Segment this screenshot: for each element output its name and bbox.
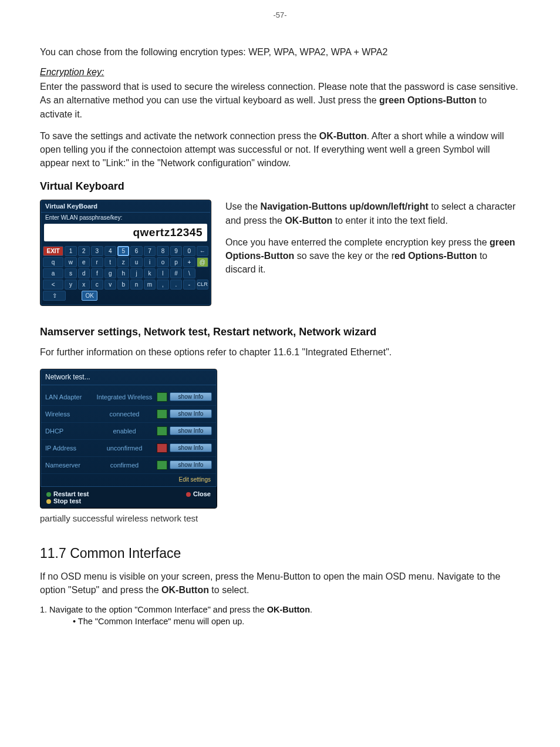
save-settings-paragraph: To save the settings and activate the ne… [40,129,520,170]
network-test-caption: partially successful wireless network te… [40,513,520,523]
key-at[interactable]: @ [197,257,208,267]
nettest-row-wireless: Wireless connected show Info [41,406,217,423]
key-2[interactable]: 2 [78,246,90,256]
key-backslash[interactable]: \ [183,268,195,278]
key-i[interactable]: i [144,257,156,267]
key-9[interactable]: 9 [170,246,182,256]
step-1-bullet: The "Common Interface" menu will open up… [73,617,520,626]
encryption-key-heading: Encryption key: [40,67,520,78]
key-lt[interactable]: < [43,280,63,290]
key-dash[interactable]: - [183,280,195,290]
key-3[interactable]: 3 [91,246,103,256]
key-plus[interactable]: + [183,257,195,267]
text: Use the [225,201,261,211]
key-1[interactable]: 1 [65,246,76,256]
section-11-7-heading: 11.7 Common Interface [40,546,520,561]
nettest-row-dhcp: DHCP enabled show Info [41,423,217,440]
nt-label: LAN Adapter [45,393,95,401]
key-m[interactable]: m [144,280,156,290]
key-z[interactable]: z [117,257,129,267]
key-period[interactable]: . [170,280,182,290]
vkb-input-field[interactable]: qwertz12345 [44,224,207,241]
key-l[interactable]: l [157,268,168,278]
text: . [310,605,312,614]
ok-button-label: OK-Button [267,605,310,614]
vkb-key-grid: EXIT 1 2 3 4 5 6 7 8 9 0 ← q [41,245,211,305]
key-y[interactable]: y [65,280,76,290]
key-s[interactable]: s [65,268,76,278]
show-info-button[interactable]: show Info [170,409,212,418]
key-0[interactable]: 0 [183,246,195,256]
text: Once you have enterred the complete encr… [225,237,490,247]
show-info-button[interactable]: show Info [170,426,212,435]
key-4[interactable]: 4 [104,246,116,256]
key-exit[interactable]: EXIT [43,246,63,256]
edit-settings-link[interactable]: Edit settings [41,474,217,486]
nt-label: Wireless [45,410,95,418]
show-info-button[interactable]: show Info [170,460,212,469]
check-icon [157,460,167,470]
restart-test-button[interactable]: Restart test [46,490,89,497]
check-icon [157,392,167,402]
key-hash[interactable]: # [170,268,182,278]
key-r[interactable]: r [91,257,103,267]
nettest-row-nameserver: Nameserver confirmed show Info [41,457,217,474]
key-f[interactable]: f [91,268,103,278]
show-info-button[interactable]: show Info [170,443,212,452]
nameserver-heading: Namserver settings, Network test, Restar… [40,326,520,338]
nettest-row-lan: LAN Adapter Integrated Wireless show Inf… [41,389,217,406]
key-backspace[interactable]: ← [197,246,208,256]
nt-value: unconfirmed [95,445,154,452]
virtual-keyboard-heading: Virtual Keyboard [40,180,520,193]
show-info-button[interactable]: show Info [170,392,212,401]
key-a[interactable]: a [43,268,63,278]
key-6[interactable]: 6 [130,246,142,256]
text: To save the settings and activate the ne… [40,131,319,141]
key-d[interactable]: d [78,268,90,278]
nt-label: DHCP [45,428,95,435]
key-clr[interactable]: CLR [197,280,208,290]
encryption-key-paragraph: Enter the password that is used to secur… [40,80,520,121]
stop-test-button[interactable]: Stop test [46,497,89,504]
key-p[interactable]: p [170,257,182,267]
ok-button-label: OK-Button [161,585,209,595]
key-e[interactable]: e [78,257,90,267]
key-b[interactable]: b [117,280,129,290]
key-k[interactable]: k [144,268,156,278]
key-o[interactable]: o [157,257,168,267]
step-1: 1. Navigate to the option "Common Interf… [40,605,520,614]
key-q[interactable]: q [43,257,63,267]
nt-label: IP Address [45,445,95,452]
nt-value: Integrated Wireless [95,393,154,401]
text: to select. [209,585,249,595]
key-u[interactable]: u [130,257,142,267]
key-n[interactable]: n [130,280,142,290]
green-options-button-label: green Options-Button [379,95,476,105]
nav-buttons-label: Navigation-Buttons up/down/left/right [261,201,429,211]
nt-value: connected [95,410,154,418]
check-icon [157,426,167,436]
text: Stop test [53,497,81,504]
key-7[interactable]: 7 [144,246,156,256]
key-h[interactable]: h [117,268,129,278]
key-v[interactable]: v [104,280,116,290]
key-shift[interactable]: ⇧ [43,291,66,301]
key-t[interactable]: t [104,257,116,267]
key-x[interactable]: x [78,280,90,290]
nt-value: confirmed [95,462,154,469]
key-5[interactable]: 5 [117,246,129,256]
close-button[interactable]: Close [180,487,217,508]
key-w[interactable]: w [65,257,76,267]
nt-label: Nameserver [45,462,95,469]
text: to enter it into the text field. [332,216,448,226]
vkb-prompt: Enter WLAN passphrase/key: [41,213,211,223]
key-c[interactable]: c [91,280,103,290]
key-j[interactable]: j [130,268,142,278]
virtual-keyboard-figure: Virtual KeyBoard Enter WLAN passphrase/k… [40,200,211,306]
key-ok[interactable]: OK [82,291,97,301]
key-comma[interactable]: , [157,280,168,290]
ok-button-label: OK-Button [285,216,332,226]
key-g[interactable]: g [104,268,116,278]
key-8[interactable]: 8 [157,246,168,256]
text: Restart test [53,490,89,497]
